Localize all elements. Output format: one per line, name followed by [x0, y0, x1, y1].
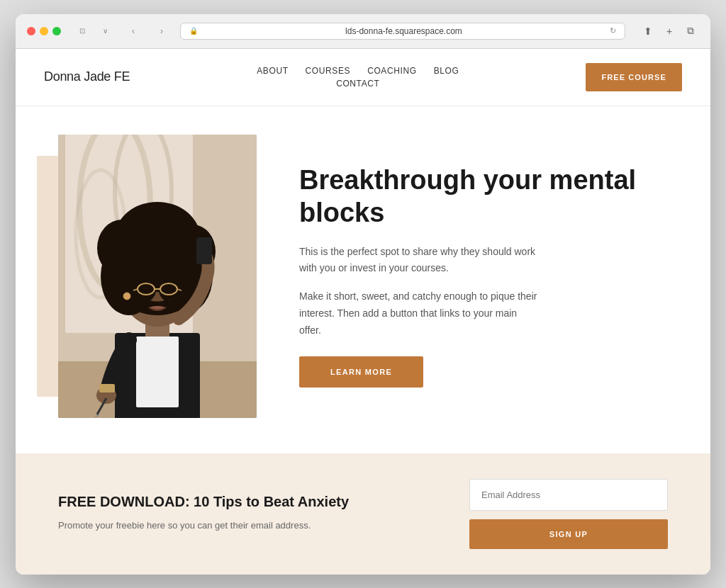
- url-text: lds-donna-fe.squarespace.com: [202, 26, 605, 36]
- download-title: FREE DOWNLOAD: 10 Tips to Beat Anxiety: [58, 494, 427, 510]
- hero-title: Breakthrough your mental blocks: [299, 164, 668, 229]
- browser-window: ⊡ ∨ ‹ › 🔒 lds-donna-fe.squarespace.com ↻…: [16, 14, 710, 575]
- email-input[interactable]: [469, 479, 668, 511]
- forward-button[interactable]: ›: [152, 24, 172, 38]
- signup-button[interactable]: SIGN UP: [469, 519, 668, 549]
- site-logo: Donna Jade FE: [44, 69, 130, 84]
- close-button[interactable]: [27, 27, 35, 35]
- nav-courses[interactable]: COURSES: [306, 66, 351, 76]
- window-control-button[interactable]: ⊡: [72, 24, 92, 38]
- hero-image: [58, 135, 257, 418]
- hero-section: Breakthrough your mental blocks This is …: [16, 106, 710, 453]
- svg-rect-8: [136, 337, 179, 407]
- download-section: FREE DOWNLOAD: 10 Tips to Beat Anxiety P…: [16, 453, 710, 575]
- lock-icon: 🔒: [189, 27, 198, 35]
- fullscreen-button[interactable]: [52, 27, 61, 35]
- nav-blog[interactable]: BLOG: [434, 66, 459, 76]
- download-form: SIGN UP: [469, 479, 668, 549]
- nav-row-2: CONTACT: [336, 79, 379, 89]
- learn-more-button[interactable]: LEARN MORE: [299, 356, 423, 388]
- minimize-button[interactable]: [40, 27, 48, 35]
- svg-rect-26: [99, 384, 115, 392]
- hero-person-svg: [58, 135, 257, 418]
- nav-row-1: ABOUT COURSES COACHING BLOG: [257, 66, 459, 76]
- hero-description-1: This is the perfect spot to share why th…: [299, 244, 540, 278]
- browser-chrome: ⊡ ∨ ‹ › 🔒 lds-donna-fe.squarespace.com ↻…: [16, 14, 710, 49]
- site-nav: ABOUT COURSES COACHING BLOG CONTACT: [257, 66, 459, 89]
- free-course-button[interactable]: FREE COURSE: [586, 63, 682, 91]
- nav-about[interactable]: ABOUT: [257, 66, 288, 76]
- address-bar[interactable]: 🔒 lds-donna-fe.squarespace.com ↻: [180, 23, 625, 40]
- hero-image-container: [58, 135, 257, 418]
- nav-contact[interactable]: CONTACT: [336, 79, 379, 89]
- new-tab-button[interactable]: +: [661, 23, 678, 40]
- website-content: Donna Jade FE ABOUT COURSES COACHING BLO…: [16, 49, 710, 575]
- browser-controls: ⊡ ∨: [72, 24, 115, 38]
- svg-point-15: [97, 220, 147, 276]
- browser-actions: ⬆ + ⧉: [640, 23, 699, 40]
- hero-content: Breakthrough your mental blocks This is …: [299, 164, 668, 387]
- share-button[interactable]: ⬆: [640, 23, 657, 40]
- download-description: Promote your freebie here so you can get…: [58, 519, 427, 533]
- download-content: FREE DOWNLOAD: 10 Tips to Beat Anxiety P…: [58, 494, 427, 533]
- svg-point-27: [123, 293, 130, 300]
- window-control-chevron[interactable]: ∨: [95, 24, 115, 38]
- nav-coaching[interactable]: COACHING: [367, 66, 416, 76]
- svg-rect-22: [196, 237, 212, 264]
- hero-description-2: Make it short, sweet, and catchy enough …: [299, 288, 540, 339]
- tab-overview-button[interactable]: ⧉: [682, 23, 699, 40]
- back-button[interactable]: ‹: [123, 24, 143, 38]
- site-header: Donna Jade FE ABOUT COURSES COACHING BLO…: [16, 49, 710, 106]
- refresh-icon[interactable]: ↻: [610, 26, 616, 35]
- traffic-lights: [27, 27, 61, 35]
